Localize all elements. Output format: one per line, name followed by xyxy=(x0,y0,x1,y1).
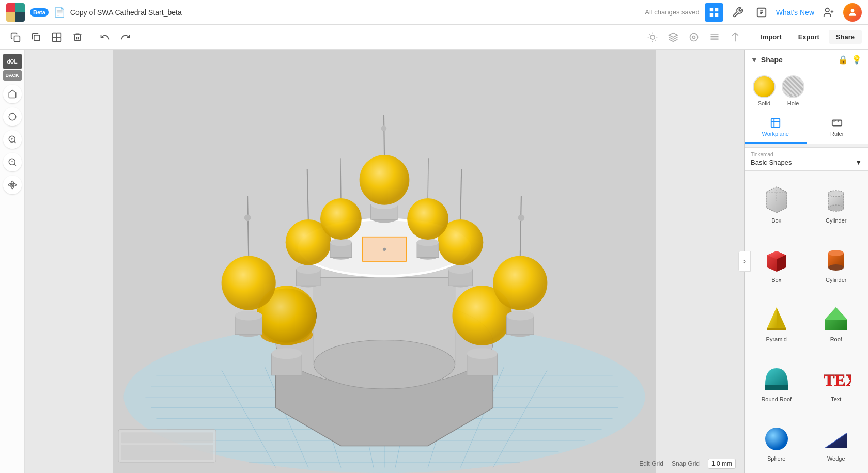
canvas-area[interactable]: Edit Grid Snap Grid 1.0 mm xyxy=(25,50,744,473)
rotate-view-button[interactable] xyxy=(3,107,22,126)
svg-point-66 xyxy=(271,348,302,359)
shape-label-text: Text xyxy=(831,396,841,402)
svg-point-109 xyxy=(360,155,410,205)
cyl-outline-icon xyxy=(820,184,851,215)
svg-rect-2 xyxy=(710,13,713,16)
roof-icon xyxy=(820,303,851,334)
user-avatar[interactable] xyxy=(843,3,862,22)
shape-item-cyl-outline[interactable]: Cylinder xyxy=(807,173,866,232)
svg-rect-115 xyxy=(771,119,780,128)
hole-option[interactable]: Hole xyxy=(782,75,804,106)
round-roof-icon xyxy=(761,363,792,394)
svg-point-98 xyxy=(330,239,352,246)
mirror-button[interactable] xyxy=(726,28,745,46)
shape-item-pyramid[interactable]: Pyramid xyxy=(747,292,807,352)
shape-label-sphere: Sphere xyxy=(767,455,785,462)
grid-view-button[interactable] xyxy=(705,3,723,22)
svg-point-121 xyxy=(828,191,844,197)
copy-clipboard-button[interactable] xyxy=(6,28,25,46)
svg-point-23 xyxy=(693,36,695,38)
shape-item-roof[interactable]: Roof xyxy=(807,292,866,352)
shape-item-round-roof[interactable]: Round Roof xyxy=(747,352,807,411)
svg-line-105 xyxy=(428,158,428,198)
undo-button[interactable] xyxy=(96,28,114,46)
back-button[interactable]: BACK xyxy=(3,70,22,81)
svg-point-15 xyxy=(650,35,655,39)
library-dropdown[interactable]: Basic Shapes ▼ xyxy=(751,159,862,166)
text-shape-icon: TEXT xyxy=(820,363,851,394)
shape-item-box-red[interactable]: Box xyxy=(747,232,807,292)
panel-expand-button[interactable]: › xyxy=(738,251,751,272)
library-name: Basic Shapes xyxy=(751,159,792,166)
shape-label-wedge: Wedge xyxy=(827,455,845,462)
svg-line-100 xyxy=(340,158,341,198)
import-button[interactable]: Import xyxy=(753,30,788,44)
inspector-button[interactable] xyxy=(752,3,771,22)
edit-grid-button[interactable]: Edit Grid xyxy=(639,460,663,467)
svg-point-88 xyxy=(297,265,320,274)
shape-lock-button[interactable]: 🔒 xyxy=(838,55,848,65)
shape-label-roof: Roof xyxy=(830,336,842,342)
shape-item-wedge[interactable]: Wedge xyxy=(807,412,866,471)
top-nav: Beta 📄 Copy of SWA Cathedral Start_beta … xyxy=(0,0,868,25)
redo-button[interactable] xyxy=(116,28,135,46)
left-sidebar: dOL BACK xyxy=(0,50,25,473)
main-area: dOL BACK xyxy=(0,50,868,473)
add-user-button[interactable] xyxy=(819,3,838,22)
tools-button[interactable] xyxy=(729,3,747,22)
whats-new-button[interactable]: What's New xyxy=(776,8,814,17)
bulb-icon-button[interactable] xyxy=(643,28,662,46)
solid-label: Solid xyxy=(758,100,770,106)
svg-point-103 xyxy=(417,239,439,246)
svg-rect-11 xyxy=(53,33,57,37)
home-view-button[interactable] xyxy=(3,85,22,103)
box-red-icon xyxy=(761,244,792,275)
solid-circle xyxy=(753,75,776,98)
solid-option[interactable]: Solid xyxy=(753,75,776,106)
shape-item-text[interactable]: TEXT Text xyxy=(807,352,866,411)
shape-label-box-red: Box xyxy=(771,277,781,283)
svg-point-82 xyxy=(507,311,534,321)
shape-label-round-roof: Round Roof xyxy=(761,396,792,402)
orbit-button[interactable] xyxy=(3,176,22,194)
shape-item-cyl-orange[interactable]: Cylinder xyxy=(807,232,866,292)
wireframe-button[interactable] xyxy=(664,28,683,46)
duplicate-button[interactable] xyxy=(27,28,45,46)
share-button[interactable]: Share xyxy=(829,30,862,44)
shape-header: ▼ Shape 🔒 💡 xyxy=(745,50,868,70)
svg-point-111 xyxy=(381,125,387,131)
svg-point-127 xyxy=(828,250,844,256)
svg-point-104 xyxy=(407,198,448,240)
snap-button[interactable] xyxy=(685,28,703,46)
snap-grid-label: Snap Grid xyxy=(672,460,700,467)
shape-label-box-outline: Box xyxy=(771,217,781,224)
svg-point-59 xyxy=(314,340,455,389)
tinkercad-logo xyxy=(6,3,25,22)
zoom-in-button[interactable] xyxy=(3,130,22,149)
zoom-out-button[interactable] xyxy=(3,153,22,171)
multi-copy-button[interactable] xyxy=(48,28,66,46)
logo-green xyxy=(16,3,25,12)
svg-point-137 xyxy=(765,428,788,450)
svg-point-79 xyxy=(244,215,251,222)
document-icon: 📄 xyxy=(54,7,65,18)
document-title[interactable]: Copy of SWA Cathedral Start_beta xyxy=(70,8,182,17)
shape-info-button[interactable]: 💡 xyxy=(851,55,862,65)
svg-rect-113 xyxy=(121,432,213,443)
workplane-tab[interactable]: Workplane xyxy=(745,112,807,144)
export-button[interactable]: Export xyxy=(791,30,827,44)
beta-badge: Beta xyxy=(30,8,49,17)
svg-rect-1 xyxy=(715,8,718,11)
dol-button[interactable]: dOL xyxy=(3,54,22,69)
svg-rect-14 xyxy=(57,37,61,41)
snap-grid-value[interactable]: 1.0 mm xyxy=(708,459,736,469)
shape-item-sphere[interactable]: Sphere xyxy=(747,412,807,471)
shape-panel-title: Shape xyxy=(761,56,835,64)
svg-line-30 xyxy=(14,164,16,165)
ruler-tab[interactable]: Ruler xyxy=(807,112,869,144)
align-button[interactable] xyxy=(705,28,724,46)
shape-item-box-outline[interactable]: Box xyxy=(747,173,807,232)
svg-point-34 xyxy=(11,184,13,186)
svg-point-63 xyxy=(383,248,386,251)
delete-button[interactable] xyxy=(68,28,87,46)
